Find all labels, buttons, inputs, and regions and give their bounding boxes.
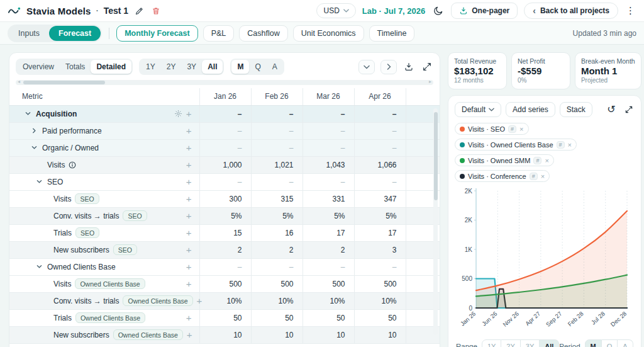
value-cell: – [199, 258, 251, 275]
series-number-toggle[interactable]: # [508, 125, 516, 133]
kpi-subtext: 12 months [454, 77, 501, 84]
series-number-toggle[interactable]: # [530, 173, 538, 180]
chart-period-m[interactable]: M [585, 339, 602, 347]
table-period-q[interactable]: Q [249, 60, 266, 74]
row-expand-chevron-icon[interactable] [30, 128, 38, 134]
remove-series-icon[interactable]: × [545, 157, 548, 164]
gear-icon[interactable] [174, 110, 182, 118]
add-metric-icon[interactable]: + [186, 109, 192, 118]
metric-label: Owned Clients Base [47, 263, 116, 271]
svg-text:Jan 26: Jan 26 [459, 310, 477, 327]
remove-series-icon[interactable]: × [541, 173, 545, 180]
chart-range-2y[interactable]: 2Y [501, 339, 520, 347]
plan-date-label: Lab · Jul 7, 2026 [362, 6, 425, 16]
remove-series-icon[interactable]: × [519, 125, 523, 133]
expand-icon [422, 62, 432, 72]
chart-svg: 05001K2K2KJan 26Jun 26Nov 26Apr 27Sep 27… [455, 185, 632, 338]
edit-project-button[interactable] [133, 5, 145, 17]
value-cell: – [251, 258, 303, 275]
view-totals[interactable]: Totals [60, 60, 91, 74]
horizontal-scrollbar[interactable]: ◂ ▸ [16, 80, 433, 85]
table-range-1y[interactable]: 1Y [140, 60, 161, 74]
legend-chip[interactable]: Visits · Owned Clients Base # × [455, 139, 577, 151]
horizontal-scroll-thumb[interactable] [23, 81, 105, 84]
table-range-all[interactable]: All [202, 60, 223, 74]
subtab-cashflow[interactable]: Cashflow [239, 25, 287, 42]
add-metric-icon[interactable]: + [197, 296, 203, 305]
series-number-toggle[interactable]: # [533, 157, 541, 164]
series-label: Visits · Conference [468, 173, 526, 180]
export-table-button[interactable] [402, 60, 415, 73]
table-range-2y[interactable]: 2Y [161, 60, 182, 74]
chart-preset-select[interactable]: Default [455, 102, 501, 117]
delete-project-button[interactable] [150, 5, 162, 17]
chart-period-a[interactable]: A [618, 339, 633, 347]
tab-forecast[interactable]: Forecast [49, 26, 101, 41]
tab-inputs[interactable]: Inputs [9, 26, 49, 41]
add-metric-icon[interactable]: + [187, 330, 192, 339]
dark-mode-toggle[interactable] [431, 4, 445, 18]
remove-series-icon[interactable]: × [568, 141, 572, 149]
add-metric-icon[interactable]: + [186, 194, 192, 203]
vertical-scroll-thumb[interactable] [434, 112, 438, 200]
series-label: Visits · SEO [468, 125, 505, 133]
add-series-button[interactable]: Add series [506, 102, 555, 117]
expand-chart-button[interactable] [623, 104, 635, 115]
add-metric-icon[interactable]: + [186, 228, 192, 237]
legend-chip[interactable]: Visits · Owned SMM # × [455, 154, 554, 166]
subtab-p-l[interactable]: P&L [203, 25, 235, 42]
currency-select[interactable]: USD [316, 3, 355, 18]
table-range-3y[interactable]: 3Y [181, 60, 202, 74]
kpi-subtext: 0% [518, 77, 564, 84]
row-collapse-chevron-icon[interactable] [35, 264, 43, 270]
table-period-m[interactable]: M [231, 60, 249, 74]
row-collapse-chevron-icon[interactable] [35, 179, 43, 185]
series-number-toggle[interactable]: # [557, 141, 565, 149]
scroll-right-arrow-icon[interactable]: ▸ [429, 79, 431, 84]
vertical-scrollbar[interactable] [433, 108, 438, 335]
chart-period-q[interactable]: Q [602, 339, 618, 347]
col-month: Apr 26 [354, 88, 406, 105]
legend-chip[interactable]: Visits · SEO # × [455, 123, 529, 135]
chart-range-1y[interactable]: 1Y [482, 339, 501, 347]
step-forward-button[interactable] [380, 60, 397, 74]
series-color-dot [460, 142, 465, 147]
chart-range-3y[interactable]: 3Y [521, 339, 540, 347]
add-metric-icon[interactable]: + [186, 313, 192, 322]
view-overview[interactable]: Overview [17, 60, 60, 74]
value-cell: 10% [354, 292, 406, 309]
svg-text:Dec 28: Dec 28 [609, 310, 628, 327]
table-row: Visits +1,0001,0211,0431,066 [9, 156, 440, 173]
download-icon [404, 62, 414, 72]
legend-chip[interactable]: Visits · Conference # × [455, 170, 550, 182]
add-metric-icon[interactable]: + [186, 160, 192, 169]
row-collapse-chevron-icon[interactable] [30, 145, 38, 151]
svg-text:Jun 26: Jun 26 [480, 310, 499, 327]
add-metric-icon[interactable]: + [186, 177, 192, 186]
expand-table-button[interactable] [421, 60, 433, 73]
add-metric-icon[interactable]: + [186, 143, 192, 152]
add-metric-icon[interactable]: + [186, 126, 192, 135]
reset-chart-icon[interactable]: ↺ [607, 105, 615, 115]
scroll-left-arrow-icon[interactable]: ◂ [18, 79, 20, 84]
add-metric-icon[interactable]: + [186, 245, 192, 254]
add-metric-icon[interactable]: + [186, 279, 192, 288]
one-pager-button[interactable]: One-pager [451, 3, 518, 19]
add-metric-icon[interactable]: + [186, 211, 192, 220]
back-to-projects-button[interactable]: ‹ Back to all projects [524, 3, 618, 19]
subtab-timeline[interactable]: Timeline [369, 25, 415, 42]
more-menu-button[interactable]: ⋮ [625, 4, 636, 18]
stack-button[interactable]: Stack [560, 102, 592, 117]
subtab-unit-economics[interactable]: Unit Economics [293, 25, 364, 42]
app-title: Stavia Models [26, 6, 91, 16]
info-icon[interactable] [69, 161, 76, 169]
chart-range-all[interactable]: All [540, 339, 559, 347]
add-metric-icon[interactable]: + [186, 262, 192, 271]
chevron-down-icon [364, 65, 370, 69]
subtab-monthly-forecast[interactable]: Monthly Forecast [116, 25, 198, 42]
row-collapse-chevron-icon[interactable] [23, 111, 32, 117]
kpi-subtext: Projected [581, 77, 635, 84]
collapse-all-button[interactable] [358, 60, 375, 74]
table-period-a[interactable]: A [267, 60, 283, 74]
view-detailed[interactable]: Detailed [91, 60, 131, 74]
